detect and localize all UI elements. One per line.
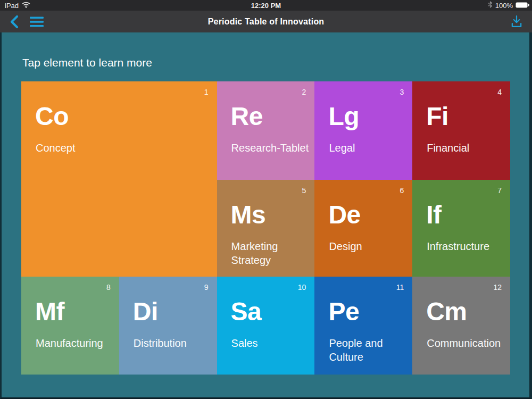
- element-symbol: De: [328, 202, 360, 228]
- element-number: 8: [106, 283, 111, 292]
- element-symbol: Sa: [231, 299, 262, 325]
- element-symbol: Re: [231, 104, 263, 129]
- periodic-table-grid: 1 Co Concept 2 Re Research-Tablet 3 Lg L…: [21, 81, 510, 375]
- element-number: 1: [204, 88, 209, 96]
- back-button[interactable]: [7, 14, 22, 29]
- element-number: 6: [400, 186, 404, 195]
- element-number: 12: [493, 283, 502, 292]
- element-name: Financial: [427, 141, 505, 155]
- element-symbol: Mf: [35, 299, 64, 325]
- element-number: 10: [298, 283, 306, 292]
- element-symbol: Di: [133, 299, 158, 325]
- download-button[interactable]: [509, 14, 525, 30]
- element-name: Infrastructure: [427, 239, 505, 253]
- menu-button[interactable]: [29, 16, 44, 28]
- element-name: Marketing Strategy: [231, 239, 310, 267]
- element-number: 2: [302, 88, 306, 96]
- element-symbol: Fi: [426, 104, 448, 129]
- element-name: Research-Tablet: [231, 141, 310, 155]
- content-area: Tap element to learn more 1 Co Concept 2…: [0, 32, 532, 399]
- element-tile-legal[interactable]: 3 Lg Legal: [314, 81, 412, 180]
- hamburger-icon: [30, 21, 44, 29]
- element-tile-design[interactable]: 6 De Design: [314, 180, 412, 277]
- element-name: Legal: [329, 141, 407, 155]
- element-number: 4: [497, 88, 502, 96]
- element-name: Concept: [36, 141, 212, 155]
- ipad-screen: iPad 12:20 PM 100%: [0, 0, 532, 399]
- element-tile-concept[interactable]: 1 Co Concept: [21, 81, 217, 277]
- element-tile-infrastructure[interactable]: 7 If Infrastructure: [412, 180, 510, 277]
- bluetooth-icon: [488, 1, 493, 10]
- element-name: People and Culture: [329, 336, 407, 364]
- element-tile-people-and-culture[interactable]: 11 Pe People and Culture: [314, 277, 412, 375]
- element-tile-manufacturing[interactable]: 8 Mf Manufacturing: [21, 277, 119, 375]
- element-name: Distribution: [134, 336, 212, 350]
- element-symbol: Pe: [328, 299, 359, 325]
- element-symbol: If: [426, 202, 441, 228]
- clock: 12:20 PM: [0, 0, 532, 11]
- element-name: Manufacturing: [36, 336, 114, 350]
- page-title: Periodic Table of Innovation: [0, 11, 532, 32]
- element-tile-communication[interactable]: 12 Cm Communication: [412, 277, 510, 375]
- element-symbol: Ms: [231, 202, 266, 228]
- instruction-text: Tap element to learn more: [22, 56, 152, 69]
- status-bar: iPad 12:20 PM 100%: [0, 0, 532, 11]
- element-number: 11: [396, 283, 404, 292]
- element-symbol: Cm: [426, 299, 467, 325]
- element-tile-marketing-strategy[interactable]: 5 Ms Marketing Strategy: [217, 180, 315, 277]
- element-name: Sales: [231, 336, 310, 350]
- battery-icon: [516, 2, 529, 10]
- element-symbol: Co: [35, 104, 69, 129]
- element-name: Communication: [427, 336, 505, 350]
- element-symbol: Lg: [328, 104, 359, 129]
- element-tile-financial[interactable]: 4 Fi Financial: [412, 81, 510, 180]
- element-tile-research-tablet[interactable]: 2 Re Research-Tablet: [217, 81, 315, 180]
- battery-percent: 100%: [495, 2, 513, 10]
- download-icon: [509, 22, 524, 30]
- chevron-left-icon: [9, 23, 21, 31]
- element-number: 9: [204, 283, 209, 292]
- element-tile-sales[interactable]: 10 Sa Sales: [217, 277, 315, 375]
- element-name: Design: [329, 239, 407, 253]
- status-right: 100%: [488, 0, 529, 11]
- element-number: 7: [497, 186, 502, 195]
- element-number: 5: [302, 186, 306, 195]
- nav-bar: Periodic Table of Innovation: [0, 11, 532, 32]
- element-tile-distribution[interactable]: 9 Di Distribution: [119, 277, 217, 375]
- element-number: 3: [400, 88, 404, 96]
